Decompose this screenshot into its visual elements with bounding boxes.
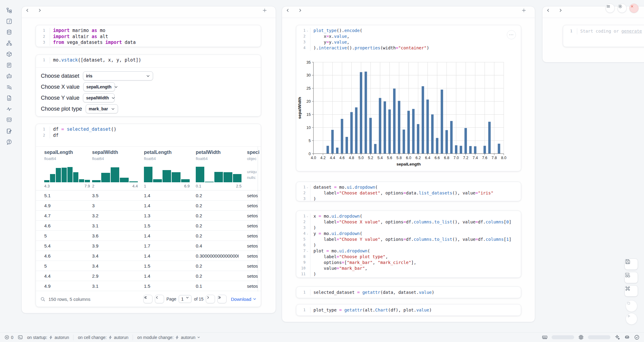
autorun-setting[interactable]: on module change:autorun — [137, 335, 200, 340]
menu-button[interactable] — [606, 4, 615, 13]
logs-icon[interactable] — [6, 62, 12, 68]
cell-dataframe[interactable]: 1df = selected_dataset()2df sepalLengthf… — [36, 124, 261, 307]
prev-page-button[interactable] — [155, 295, 164, 303]
table-row[interactable]: 4.931.40.2setos — [36, 201, 261, 211]
autorun-setting[interactable]: on startup:autorun — [27, 335, 69, 340]
table-row[interactable]: 4.93.11.50.1setos — [36, 281, 261, 291]
ai-chat-icon[interactable] — [6, 73, 12, 79]
svg-text:f: f — [9, 20, 11, 23]
help-icon[interactable] — [6, 139, 12, 145]
fold-marker[interactable]: ⌄ — [306, 28, 309, 34]
altair-bar-chart[interactable]: 4.04.24.44.64.85.05.25.45.65.86.06.26.46… — [296, 54, 521, 171]
column-dtype: float64 — [144, 156, 186, 161]
cell-plot-type[interactable]: 1plot_type = getattr(alt.Chart(df), plot… — [296, 304, 521, 316]
fold-marker[interactable]: ⌄ — [306, 248, 309, 254]
svg-text:6.4: 6.4 — [425, 156, 430, 160]
functions-icon[interactable]: f — [6, 18, 12, 24]
dataframe-table: sepalLengthfloat644.37.9sepalWidthfloat6… — [36, 146, 261, 307]
line-number: 1 — [43, 28, 45, 34]
connection-status-icon[interactable] — [634, 334, 640, 340]
search-icon[interactable] — [40, 297, 45, 302]
last-page-button[interactable] — [217, 295, 227, 303]
column-next-button[interactable] — [558, 8, 566, 16]
autorun-label: on startup: — [27, 335, 47, 340]
cell-chart[interactable]: 1⌄plot_type().encode(2 x=x.value,3 y=y.v… — [296, 25, 521, 171]
dependency-graph-icon[interactable] — [6, 40, 12, 46]
copilot-icon[interactable] — [624, 334, 630, 340]
table-cell: 3.1 — [84, 223, 136, 228]
table-row[interactable]: 53.41.50.2setos — [36, 261, 261, 271]
column-prev-button[interactable] — [286, 8, 294, 16]
column-next-button[interactable] — [298, 8, 306, 16]
svg-text:6.8: 6.8 — [444, 156, 449, 160]
scratchpad-icon[interactable] — [6, 128, 12, 134]
snippets-icon[interactable] — [6, 117, 12, 123]
cell-vstack[interactable]: 1mo.vstack([dataset, x, y, plot]) Choose… — [36, 55, 261, 116]
cell-xy-plot-dropdowns[interactable]: 1⌄x = mo.ui.dropdown(2 label="Choose X v… — [296, 211, 521, 278]
outline-icon[interactable] — [6, 84, 12, 90]
fold-marker[interactable]: ⌄ — [306, 231, 309, 237]
column-prev-button[interactable] — [25, 8, 33, 16]
first-page-button[interactable] — [143, 295, 152, 303]
dropdown[interactable]: iris — [83, 71, 153, 80]
line-number: 3 — [303, 39, 306, 45]
packages-icon[interactable] — [6, 51, 12, 57]
cell-dataset-dropdown[interactable]: 1⌄dataset = mo.ui.dropdown(2 label="Choo… — [296, 182, 521, 201]
table-column-header[interactable]: petalLengthfloat6416.9 — [136, 147, 188, 190]
dropdown-value: sepalWidth — [86, 95, 109, 100]
table-row[interactable]: 5.43.91.70.4setos — [36, 241, 261, 251]
svg-text:4.4: 4.4 — [330, 156, 335, 160]
add-cell-button[interactable] — [521, 8, 530, 16]
table-column-header[interactable]: petalWidthfloat640.12.5 — [188, 147, 239, 190]
ai-sparkles-icon[interactable] — [614, 334, 620, 340]
table-row[interactable]: 4.73.21.30.2setos — [36, 211, 261, 221]
table-row[interactable]: 5.13.51.40.2setos — [36, 191, 261, 201]
fold-marker[interactable]: ⌄ — [306, 184, 309, 190]
layout-button[interactable] — [624, 272, 638, 283]
shortcuts-button[interactable] — [624, 285, 638, 297]
dropdown[interactable]: sepalWidth — [83, 93, 115, 102]
documentation-icon[interactable] — [6, 95, 12, 101]
close-button[interactable] — [629, 4, 639, 13]
tracing-icon[interactable] — [6, 106, 12, 112]
dropdown[interactable]: mark_bar — [86, 104, 118, 113]
database-icon[interactable] — [6, 29, 12, 35]
cell-imports[interactable]: 1import marimo as mo2import altair as al… — [36, 25, 261, 47]
cpu-usage-bar — [588, 335, 610, 339]
table-column-header[interactable]: sepalWidthfloat6424.4 — [84, 147, 136, 190]
table-row[interactable]: 4.63.41.40.30000000000000004setos — [36, 251, 261, 261]
settings-button[interactable] — [617, 4, 627, 13]
error-count-badge[interactable]: 0 — [4, 335, 13, 340]
chart-actions-button[interactable]: ⋯ — [507, 30, 516, 39]
terminal-button[interactable] — [18, 335, 23, 340]
table-row[interactable]: 4.63.11.50.2setos — [36, 221, 261, 231]
column-prev-button[interactable] — [546, 8, 554, 16]
add-cell-button[interactable] — [262, 8, 271, 16]
run-button[interactable] — [626, 313, 637, 325]
table-row[interactable]: 4.42.91.40.2setos — [36, 271, 261, 281]
download-button[interactable]: Download — [231, 297, 256, 302]
next-page-button[interactable] — [206, 295, 215, 303]
cell-selected-dataset[interactable]: 1selected_dataset = getattr(data, datase… — [296, 287, 521, 298]
plus-icon — [262, 8, 271, 16]
table-cell: 0.2 — [188, 273, 239, 279]
dropdown[interactable]: sepalLength — [83, 82, 115, 91]
file-tree-icon[interactable] — [6, 7, 12, 13]
fold-marker[interactable]: ⌄ — [306, 213, 309, 219]
save-button[interactable] — [624, 258, 638, 270]
stop-icon — [626, 301, 637, 312]
stop-button[interactable] — [626, 300, 637, 312]
generate-link[interactable]: generate — [621, 29, 642, 34]
autorun-setting[interactable]: on cell change:autorun — [78, 335, 128, 340]
play-icon — [626, 313, 637, 324]
column-histogram — [92, 164, 138, 182]
svg-text:7.2: 7.2 — [463, 156, 468, 160]
column-range: 0.12.5 — [196, 184, 242, 188]
page-select[interactable]: 1 — [179, 295, 191, 303]
table-row[interactable]: 53.61.40.2setos — [36, 231, 261, 241]
cell-empty-editor[interactable]: 1 Start coding or generate with — [563, 25, 644, 47]
column-next-button[interactable] — [38, 8, 45, 16]
table-column-header[interactable]: sepalLengthfloat644.37.9 — [36, 147, 84, 190]
line-number: 9 — [303, 260, 306, 265]
editor-placeholder[interactable]: Start coding or generate with — [577, 28, 644, 34]
